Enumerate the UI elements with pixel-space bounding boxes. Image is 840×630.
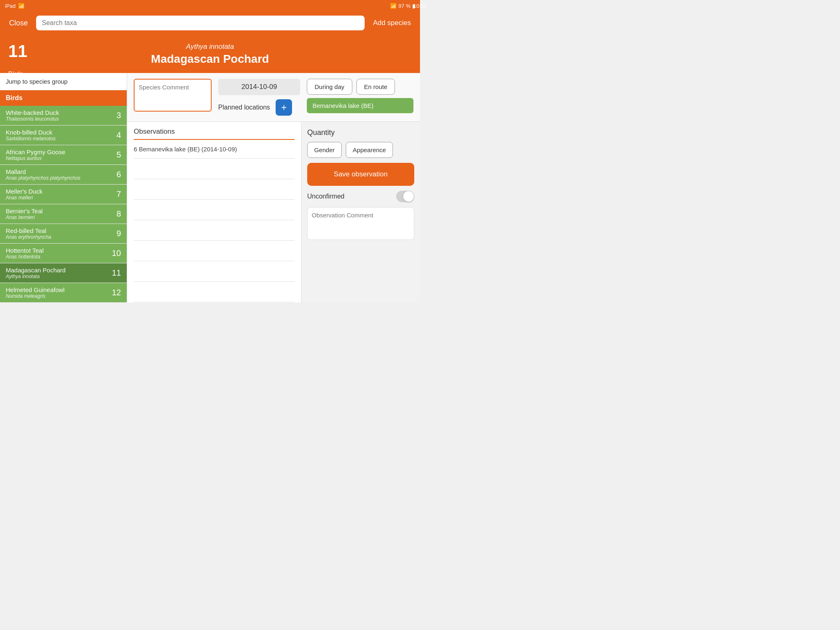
- species-common: Meller's Duck: [6, 188, 109, 195]
- species-common: Madagascan Pochard: [6, 267, 109, 274]
- species-item-text: Bernier's Teal Anas bernieri: [6, 208, 109, 220]
- observation-row[interactable]: [134, 200, 294, 220]
- top-nav: Close Add species: [0, 11, 420, 34]
- save-observation-button[interactable]: Save observation: [307, 163, 414, 186]
- bluetooth-icon: 📶: [390, 3, 397, 9]
- en-route-button[interactable]: En route: [356, 79, 395, 95]
- species-item-text: Meller's Duck Anas melleri: [6, 188, 109, 201]
- species-common: White-backed Duck: [6, 109, 109, 116]
- species-number: 3: [109, 111, 121, 120]
- unconfirmed-toggle[interactable]: [396, 191, 414, 202]
- species-comment-input[interactable]: [134, 79, 212, 112]
- attribute-buttons: Gender Appearence: [307, 142, 414, 158]
- close-button[interactable]: Close: [6, 19, 31, 27]
- species-latin: Anas erythrorhyncha: [6, 234, 109, 240]
- count-number: 11: [8, 43, 27, 60]
- wifi-icon: 📶: [18, 3, 25, 9]
- species-item-text: Knob-billed Duck Sarkidiornis melanotos: [6, 129, 109, 142]
- gender-button[interactable]: Gender: [307, 142, 342, 158]
- species-latin: Numida meleagris: [6, 293, 109, 299]
- species-latin: Anas hottentota: [6, 254, 109, 260]
- right-panel: Quantity Gender Appearence Save observat…: [301, 122, 420, 303]
- species-list-item[interactable]: Red-billed Teal Anas erythrorhyncha 9: [0, 224, 127, 244]
- observation-row[interactable]: [134, 241, 294, 261]
- species-number: 12: [109, 288, 121, 297]
- species-list-item[interactable]: Madagascan Pochard Aythya innotata 11: [0, 263, 127, 283]
- main-layout: Jump to species group Birds White-backed…: [0, 73, 420, 303]
- observations-main: Observations 6 Bemanevika lake (BE) (201…: [127, 122, 301, 303]
- count-label: Birds: [8, 71, 23, 78]
- observation-row[interactable]: [134, 159, 294, 179]
- species-number: 5: [109, 150, 121, 160]
- species-list-item[interactable]: Helmeted Guineafowl Numida meleagris 12: [0, 283, 127, 303]
- bottom-section: Observations 6 Bemanevika lake (BE) (201…: [127, 122, 420, 303]
- toggle-buttons: During day En route: [307, 79, 413, 95]
- species-number: 7: [109, 189, 121, 199]
- add-species-button[interactable]: Add species: [370, 19, 414, 27]
- species-latin-name: Aythya innotata: [14, 43, 406, 51]
- add-location-button[interactable]: +: [276, 99, 292, 116]
- observation-row[interactable]: [134, 179, 294, 200]
- status-time: 10:57: [413, 3, 420, 9]
- species-item-text: White-backed Duck Thalassornis leuconotu…: [6, 109, 109, 122]
- appearence-button[interactable]: Appearence: [346, 142, 393, 158]
- species-item-text: Helmeted Guineafowl Numida meleagris: [6, 286, 109, 299]
- planned-locations-row: Planned locations +: [218, 99, 300, 116]
- species-item-text: Red-billed Teal Anas erythrorhyncha: [6, 227, 109, 240]
- species-list-item[interactable]: Bernier's Teal Anas bernieri 8: [0, 204, 127, 224]
- species-number: 10: [109, 249, 121, 258]
- observation-row[interactable]: [134, 261, 294, 282]
- species-list-item[interactable]: Hottentot Teal Anas hottentota 10: [0, 244, 127, 263]
- species-list-item[interactable]: Meller's Duck Anas melleri 7: [0, 185, 127, 204]
- date-location-section: 2014-10-09 Planned locations +: [218, 79, 300, 116]
- top-controls: 2014-10-09 Planned locations + During da…: [127, 73, 420, 122]
- planned-locations-label: Planned locations: [218, 104, 270, 111]
- species-common: Bernier's Teal: [6, 208, 109, 215]
- count-section: 11 Birds Aythya innotata Madagascan Poch…: [8, 40, 412, 66]
- unconfirmed-label: Unconfirmed: [307, 193, 345, 200]
- species-item-text: Madagascan Pochard Aythya innotata: [6, 267, 109, 279]
- during-day-button[interactable]: During day: [307, 79, 352, 95]
- species-item-text: Mallard Anas platyrhynchos platyrhynchos: [6, 168, 109, 181]
- group-header: Birds: [0, 90, 127, 106]
- observations-area: Observations 6 Bemanevika lake (BE) (201…: [127, 122, 301, 303]
- species-number: 11: [109, 268, 121, 278]
- quantity-label: Quantity: [307, 128, 414, 137]
- species-item-text: Hottentot Teal Anas hottentota: [6, 247, 109, 260]
- species-latin: Anas platyrhynchos platyrhynchos: [6, 175, 109, 181]
- species-number: 6: [109, 170, 121, 179]
- battery-status: 📶 97 % ▮: [390, 3, 415, 9]
- content-area: 2014-10-09 Planned locations + During da…: [127, 73, 420, 303]
- sidebar: Jump to species group Birds White-backed…: [0, 73, 127, 303]
- species-common: Hottentot Teal: [6, 247, 109, 254]
- status-left: iPad 📶: [5, 3, 25, 9]
- species-common-name: Madagascan Pochard: [14, 52, 406, 66]
- device-label: iPad: [5, 3, 16, 9]
- species-latin: Anas melleri: [6, 195, 109, 201]
- species-list: White-backed Duck Thalassornis leuconotu…: [0, 106, 127, 303]
- observation-row[interactable]: [134, 282, 294, 302]
- observation-comment-input[interactable]: [307, 207, 414, 240]
- unconfirmed-row: Unconfirmed: [307, 191, 414, 202]
- species-common: Knob-billed Duck: [6, 129, 109, 136]
- search-input[interactable]: [36, 16, 365, 30]
- right-controls: During day En route Bemanevika lake (BE): [307, 79, 413, 113]
- observations-header: Observations: [134, 122, 294, 140]
- species-header: 11 Birds Aythya innotata Madagascan Poch…: [0, 34, 420, 73]
- species-latin: Sarkidiornis melanotos: [6, 136, 109, 142]
- location-badge[interactable]: Bemanevika lake (BE): [307, 98, 413, 113]
- species-list-item[interactable]: Mallard Anas platyrhynchos platyrhynchos…: [0, 165, 127, 185]
- species-list-item[interactable]: Knob-billed Duck Sarkidiornis melanotos …: [0, 126, 127, 145]
- species-common: Mallard: [6, 168, 109, 175]
- species-list-item[interactable]: African Pygmy Goose Nettapus auritus 5: [0, 145, 127, 165]
- species-list-item[interactable]: White-backed Duck Thalassornis leuconotu…: [0, 106, 127, 126]
- date-field[interactable]: 2014-10-09: [218, 79, 300, 95]
- species-common: Helmeted Guineafowl: [6, 286, 109, 293]
- observation-row[interactable]: 6 Bemanevika lake (BE) (2014-10-09): [134, 140, 294, 159]
- species-common: African Pygmy Goose: [6, 148, 109, 155]
- observation-row[interactable]: [134, 220, 294, 241]
- species-common: Red-billed Teal: [6, 227, 109, 234]
- species-number: 9: [109, 229, 121, 238]
- species-latin: Nettapus auritus: [6, 155, 109, 161]
- species-number: 8: [109, 209, 121, 219]
